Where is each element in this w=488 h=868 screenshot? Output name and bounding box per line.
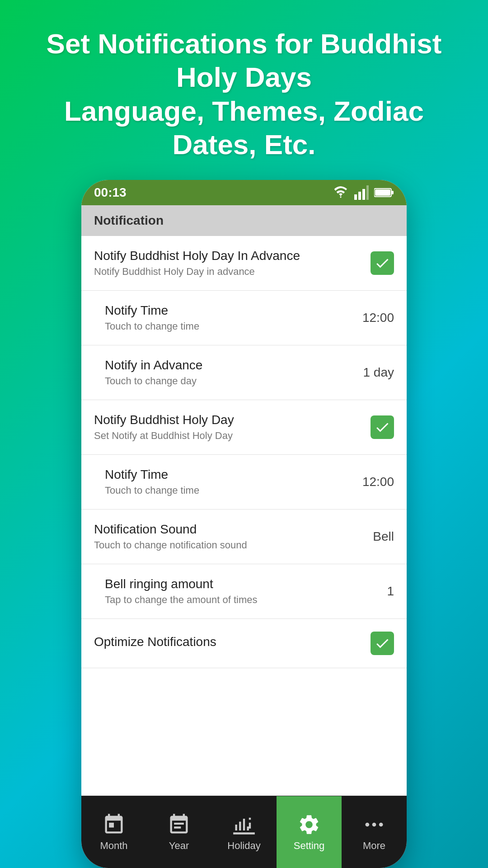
settings-item-notify-advance[interactable]: Notify in Advance Touch to change day 1 …: [81, 345, 407, 400]
settings-item-subtitle: Touch to change day: [105, 375, 354, 387]
calendar-year-icon: [167, 813, 191, 836]
nav-item-year[interactable]: Year: [146, 796, 211, 868]
settings-item-subtitle: Touch to change notification sound: [94, 539, 364, 551]
status-bar: 00:13: [81, 180, 407, 205]
settings-list: Notify Buddhist Holy Day In Advance Noti…: [81, 236, 407, 796]
settings-item-title: Notify Time: [105, 303, 353, 318]
nav-item-year-label: Year: [169, 840, 189, 852]
settings-item-left: Notification Sound Touch to change notif…: [94, 522, 364, 551]
settings-item-notification-sound[interactable]: Notification Sound Touch to change notif…: [81, 509, 407, 564]
settings-item-title: Notify Time: [105, 467, 353, 482]
checkbox-notify-holy-day-advance[interactable]: [371, 251, 394, 275]
settings-item-title: Notification Sound: [94, 522, 364, 537]
settings-item-notify-holy-day-advance[interactable]: Notify Buddhist Holy Day In Advance Noti…: [81, 236, 407, 291]
settings-item-subtitle: Set Notify at Buddhist Holy Day: [94, 430, 371, 442]
nav-item-setting[interactable]: Setting: [277, 796, 342, 868]
settings-item-notify-time-2[interactable]: Notify Time Touch to change time 12:00: [81, 455, 407, 509]
settings-item-subtitle: Touch to change time: [105, 321, 353, 332]
status-time: 00:13: [94, 185, 127, 200]
section-header: Notification: [81, 205, 407, 236]
svg-point-9: [379, 822, 383, 826]
nav-item-holiday[interactable]: Holiday: [211, 796, 277, 868]
settings-item-title: Notify Buddhist Holy Day: [94, 413, 371, 427]
bottom-nav: Month Year Holiday Setting: [81, 796, 407, 868]
settings-item-subtitle: Touch to change time: [105, 485, 353, 496]
signal-icon: [354, 185, 369, 200]
settings-item-value: 12:00: [362, 475, 394, 489]
promo-line1: Set Notifications for Buddhist Holy Days: [47, 28, 442, 93]
checkbox-optimize-notifications[interactable]: [371, 632, 394, 655]
settings-item-left: Notify in Advance Touch to change day: [105, 358, 354, 387]
settings-item-notify-time-1[interactable]: Notify Time Touch to change time 12:00: [81, 291, 407, 345]
settings-item-notify-holy-day[interactable]: Notify Buddhist Holy Day Set Notify at B…: [81, 400, 407, 455]
section-header-text: Notification: [94, 213, 164, 227]
nav-item-more[interactable]: More: [342, 796, 407, 868]
svg-point-8: [372, 822, 376, 826]
holiday-icon: [232, 813, 256, 836]
setting-icon: [297, 813, 321, 836]
settings-item-value: 1: [387, 584, 394, 599]
more-icon: [362, 813, 386, 836]
svg-point-7: [366, 822, 370, 826]
svg-rect-5: [391, 191, 394, 194]
nav-item-month[interactable]: Month: [81, 796, 146, 868]
settings-item-left: Notify Time Touch to change time: [105, 303, 353, 332]
nav-item-setting-label: Setting: [294, 840, 325, 852]
svg-rect-6: [375, 189, 390, 196]
settings-item-subtitle: Notify Buddhist Holy Day in advance: [94, 266, 371, 278]
promo-line2: Language, Themes, Zodiac Dates, Etc.: [64, 95, 424, 160]
nav-item-month-label: Month: [100, 840, 127, 852]
settings-item-title: Notify Buddhist Holy Day In Advance: [94, 249, 371, 263]
phone-frame: 00:13 Notification: [81, 180, 407, 868]
nav-item-more-label: More: [363, 840, 385, 852]
wifi-icon: [333, 186, 349, 199]
calendar-month-icon: [102, 813, 126, 836]
settings-item-left: Optimize Notifications: [94, 635, 371, 652]
settings-item-left: Notify Time Touch to change time: [105, 467, 353, 496]
settings-item-left: Bell ringing amount Tap to change the am…: [105, 577, 378, 606]
battery-icon: [374, 188, 394, 198]
svg-rect-0: [354, 194, 357, 200]
settings-item-subtitle: Tap to change the amount of times: [105, 594, 378, 606]
settings-item-value: 12:00: [362, 311, 394, 325]
settings-item-value: 1 day: [363, 365, 394, 380]
settings-item-title: Notify in Advance: [105, 358, 354, 373]
svg-rect-1: [358, 192, 361, 200]
settings-item-optimize-notifications[interactable]: Optimize Notifications: [81, 619, 407, 668]
svg-rect-3: [366, 185, 369, 200]
settings-item-left: Notify Buddhist Holy Day Set Notify at B…: [94, 413, 371, 442]
checkbox-notify-holy-day[interactable]: [371, 415, 394, 439]
settings-item-title: Bell ringing amount: [105, 577, 378, 591]
settings-item-title: Optimize Notifications: [94, 635, 371, 649]
nav-item-holiday-label: Holiday: [227, 840, 260, 852]
status-icons: [333, 185, 394, 200]
promo-section: Set Notifications for Buddhist Holy Days…: [0, 0, 488, 180]
settings-item-bell-ringing[interactable]: Bell ringing amount Tap to change the am…: [81, 564, 407, 619]
svg-rect-2: [362, 189, 365, 200]
settings-item-left: Notify Buddhist Holy Day In Advance Noti…: [94, 249, 371, 278]
settings-item-value: Bell: [373, 529, 394, 544]
